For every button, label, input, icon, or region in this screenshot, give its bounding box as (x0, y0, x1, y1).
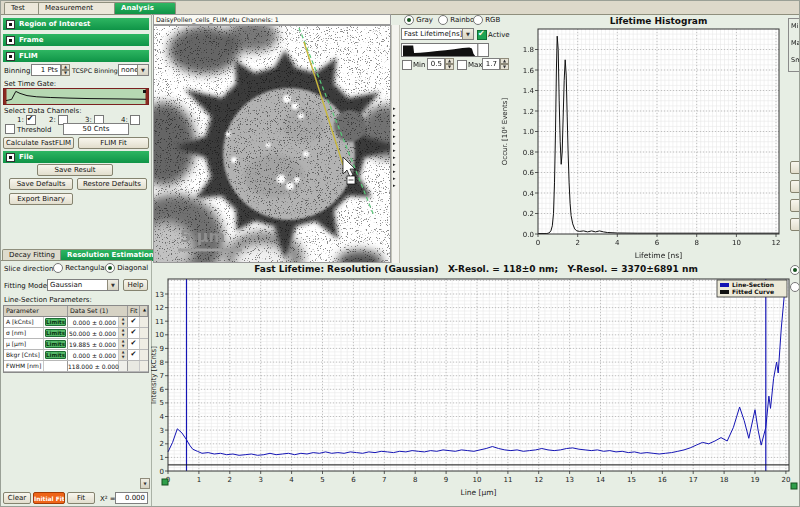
parameter-value[interactable]: 50.000 ± 0.000 (68, 328, 119, 338)
image-source-select[interactable]: Fast Lifetime[ns] ▼ (401, 28, 474, 40)
splitter-arrow-icon: ▸ (393, 162, 396, 167)
svg-text:8: 8 (413, 476, 417, 484)
main-tabbar: Test Measurement Analysis (1, 1, 800, 15)
clipped-radio[interactable] (790, 282, 800, 292)
clipped-button[interactable] (790, 218, 800, 231)
table-row: μ [µm]Limits19.885 ± 0.000▲▼✔ (4, 339, 148, 350)
parameter-name: Bkgr [Cnts] (4, 350, 44, 360)
binning-stepper[interactable]: 1 Pts ▲▼ (31, 64, 70, 76)
value-spinner[interactable] (119, 361, 128, 371)
clipped-radio-selected[interactable] (790, 265, 800, 275)
section-flim[interactable]: FLIM (3, 50, 149, 62)
fit-button[interactable]: Fit (67, 492, 95, 504)
table-row: σ [nm]Limits50.000 ± 0.000▲▼✔ (4, 328, 148, 339)
panel-splitter[interactable]: ▸▸▸▸▸▸▸▸▸▸▸▸ (391, 25, 400, 263)
svg-text:Line-Section: Line-Section (732, 281, 774, 288)
slice-option-rectangular[interactable]: Rectangular (53, 263, 107, 273)
svg-text:0.6: 0.6 (523, 169, 535, 177)
limits-button[interactable]: Limits (45, 318, 66, 326)
tcspc-binning-label: TCSPC Binning: (72, 67, 120, 74)
svg-text:12: 12 (155, 304, 164, 312)
svg-text:4: 4 (289, 476, 294, 484)
limits-button[interactable]: Limits (45, 329, 66, 337)
tab-measurement[interactable]: Measurement (38, 2, 124, 14)
value-spinner[interactable]: ▲▼ (119, 328, 128, 338)
flim-fit-button[interactable]: FLIM Fit (78, 137, 149, 149)
section-file[interactable]: File (3, 151, 149, 163)
max-checkbox[interactable] (457, 60, 467, 70)
row-scroll-track (140, 328, 148, 338)
chart-legend[interactable]: Line-SectionFitted Curve (717, 280, 787, 297)
svg-text:16: 16 (658, 476, 667, 484)
fit-checkbox[interactable]: ✔ (128, 328, 140, 338)
fitting-model-select[interactable]: Gaussian ▼ (47, 279, 119, 291)
svg-text:7: 7 (160, 372, 164, 380)
checkbox[interactable] (26, 115, 36, 125)
min-stepper[interactable]: 0.5 ▲▼ (427, 58, 454, 70)
initial-fit-button[interactable]: Initial Fit (33, 492, 65, 504)
clear-button[interactable]: Clear (3, 492, 31, 504)
export-binary-button[interactable]: Export Binary (9, 193, 73, 205)
threshold-checkbox[interactable] (5, 124, 15, 134)
min-checkbox[interactable] (402, 60, 412, 70)
limits-cell (44, 361, 68, 371)
svg-text:0.2: 0.2 (523, 210, 534, 218)
checkbox[interactable] (130, 115, 140, 125)
range-handle-left[interactable] (162, 479, 168, 485)
svg-text:12: 12 (534, 476, 543, 484)
slice-option-diagonal[interactable]: Diagonal (105, 263, 148, 273)
parameter-value[interactable]: 0.000 ± 0.000 (68, 317, 119, 327)
help-button[interactable]: Help (123, 279, 148, 291)
dropdown-arrow-icon[interactable]: ▼ (107, 280, 118, 290)
clipped-button[interactable] (790, 161, 800, 174)
threshold-value-field[interactable]: 50 Cnts (63, 123, 129, 135)
save-result-button[interactable]: Save Result (37, 164, 113, 176)
binning-arrows[interactable]: ▲▼ (61, 64, 70, 76)
fit-checkbox[interactable]: ✔ (128, 317, 140, 327)
parameter-value[interactable]: 0.000 ± 0.000 (68, 350, 119, 360)
value-spinner[interactable]: ▲▼ (119, 317, 128, 327)
flim-image-view[interactable]: 5 µm (153, 25, 391, 263)
section-frame[interactable]: Frame (3, 34, 149, 46)
value-spinner[interactable]: ▲▼ (119, 350, 128, 360)
scroll-down-button[interactable]: ▼ (140, 478, 150, 489)
min-arrows[interactable]: ▲▼ (445, 58, 454, 70)
splitter-arrow-icon: ▸ (393, 169, 396, 174)
dropdown-arrow-icon[interactable]: ▼ (137, 65, 148, 75)
header-cell: Data Set (1) (68, 306, 128, 316)
clipped-button[interactable] (790, 180, 800, 193)
fit-checkbox[interactable]: ✔ (128, 350, 140, 360)
range-handle-right[interactable] (791, 483, 797, 489)
save-defaults-button[interactable]: Save Defaults (9, 178, 73, 190)
dropdown-arrow-icon[interactable]: ▼ (462, 29, 473, 39)
time-gate-graph[interactable] (3, 88, 149, 105)
tab-analysis[interactable]: Analysis (114, 2, 176, 14)
gate-end-handle[interactable] (143, 90, 146, 93)
channel-1-checkbox[interactable]: 1: (17, 115, 36, 125)
fit-checkbox[interactable]: ✔ (128, 339, 140, 349)
parameter-value[interactable]: 19.885 ± 0.000 (68, 339, 119, 349)
svg-text:17: 17 (689, 476, 698, 484)
active-checkbox[interactable] (477, 30, 487, 40)
parameter-name: σ [nm] (4, 328, 44, 338)
value-spinner[interactable]: ▲▼ (119, 339, 128, 349)
clipped-button[interactable] (790, 199, 800, 212)
restore-defaults-button[interactable]: Restore Defaults (77, 178, 147, 190)
parameter-value[interactable]: 118.000 ± 0.000 (68, 361, 119, 371)
splitter-arrow-icon: ▸ (393, 176, 396, 181)
table-scroll-up[interactable]: ▲ (140, 306, 148, 316)
fit-checkbox[interactable] (128, 361, 140, 371)
svg-text:2: 2 (575, 239, 579, 247)
intensity-histogram-strip[interactable] (401, 43, 489, 57)
parameter-table-header: ParameterData Set (1)Fit▲ (4, 306, 148, 317)
chi-square-value: 0.000 (115, 492, 148, 504)
time-gate-label: Set Time Gate: (4, 80, 56, 88)
limits-button[interactable]: Limits (45, 351, 66, 359)
svg-text:13: 13 (565, 476, 574, 484)
color-mode-gray[interactable]: Gray (404, 15, 433, 25)
section-region-of-interest[interactable]: Region of Interest (3, 18, 149, 30)
fitting-model-label: Fitting Model: (4, 282, 51, 290)
calculate-fastflim-button[interactable]: Calculate FastFLIM (3, 137, 74, 149)
limits-button[interactable]: Limits (45, 340, 66, 348)
tcspc-binning-select[interactable]: none ▼ (118, 64, 149, 76)
